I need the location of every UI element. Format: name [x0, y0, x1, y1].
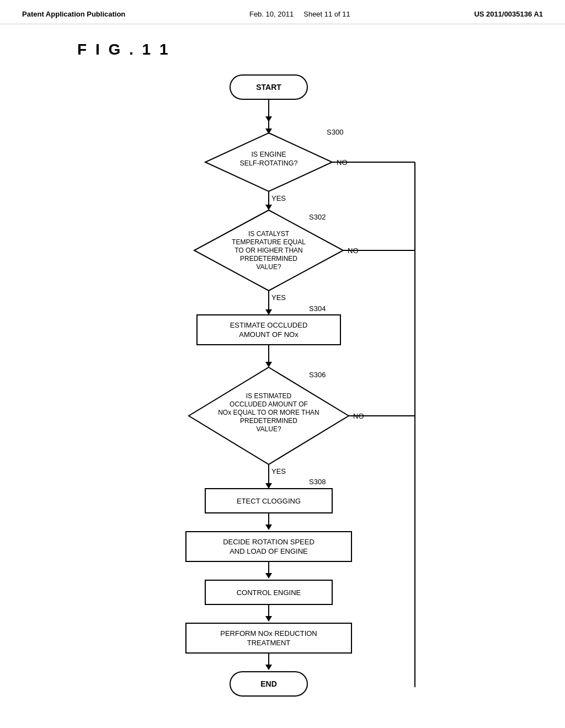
svg-text:DECIDE ROTATION SPEED: DECIDE ROTATION SPEED	[223, 538, 315, 546]
svg-text:CONTROL ENGINE: CONTROL ENGINE	[237, 588, 301, 597]
svg-text:S304: S304	[309, 304, 326, 313]
svg-text:VALUE?: VALUE?	[256, 425, 281, 433]
svg-text:IS ENGINE: IS ENGINE	[251, 151, 286, 158]
date-label: Feb. 10, 2011 Sheet 11 of 11	[249, 10, 350, 18]
svg-text:IS ESTIMATED: IS ESTIMATED	[246, 392, 292, 400]
publication-label: Patent Application Publication	[22, 10, 125, 18]
svg-text:OCCLUDED AMOUNT OF: OCCLUDED AMOUNT OF	[230, 400, 308, 408]
svg-rect-53	[186, 532, 351, 561]
svg-text:S300: S300	[327, 128, 343, 136]
svg-text:YES: YES	[271, 194, 286, 202]
svg-text:PREDETERMINED: PREDETERMINED	[240, 255, 297, 263]
svg-text:NOx EQUAL TO OR MORE THAN: NOx EQUAL TO OR MORE THAN	[218, 409, 319, 416]
svg-text:AND LOAD OF ENGINE: AND LOAD OF ENGINE	[230, 547, 308, 555]
svg-text:ESTIMATE OCCLUDED: ESTIMATE OCCLUDED	[230, 321, 308, 329]
svg-rect-64	[186, 623, 351, 653]
svg-text:PERFORM NOx REDUCTION: PERFORM NOx REDUCTION	[220, 629, 317, 638]
svg-text:ETECT CLOGGING: ETECT CLOGGING	[237, 497, 301, 505]
svg-text:IS CATALYST: IS CATALYST	[248, 230, 290, 238]
svg-marker-57	[265, 573, 272, 579]
svg-text:VALUE?: VALUE?	[256, 263, 281, 271]
svg-text:S308: S308	[309, 478, 326, 486]
figure-title: F I G . 1 1	[77, 41, 565, 58]
svg-marker-47	[265, 483, 272, 489]
svg-marker-68	[265, 665, 272, 670]
svg-text:YES: YES	[271, 293, 286, 302]
svg-text:TREATMENT: TREATMENT	[247, 639, 291, 647]
patent-number: US 2011/0035136 A1	[474, 10, 543, 18]
svg-marker-34	[265, 362, 272, 367]
svg-text:END: END	[260, 679, 277, 688]
svg-rect-30	[197, 315, 340, 345]
svg-text:TO OR HIGHER THAN: TO OR HIGHER THAN	[234, 247, 303, 254]
svg-text:SELF-ROTATING?: SELF-ROTATING?	[239, 159, 297, 167]
svg-marker-62	[265, 616, 272, 622]
svg-text:S302: S302	[309, 213, 326, 221]
svg-text:PREDETERMINED: PREDETERMINED	[240, 417, 297, 425]
svg-text:YES: YES	[271, 467, 286, 475]
svg-text:TEMPERATURE EQUAL: TEMPERATURE EQUAL	[232, 238, 306, 246]
svg-text:START: START	[256, 83, 281, 92]
svg-text:AMOUNT OF NOx: AMOUNT OF NOx	[239, 330, 299, 339]
flowchart-diagram: START S300 IS ENGINE SELF-ROTATING? NO Y…	[95, 69, 470, 715]
svg-marker-16	[265, 205, 272, 210]
svg-text:S306: S306	[309, 371, 326, 379]
svg-marker-29	[265, 309, 272, 315]
svg-marker-51	[265, 524, 272, 530]
page-header: Patent Application Publication Feb. 10, …	[0, 0, 565, 24]
